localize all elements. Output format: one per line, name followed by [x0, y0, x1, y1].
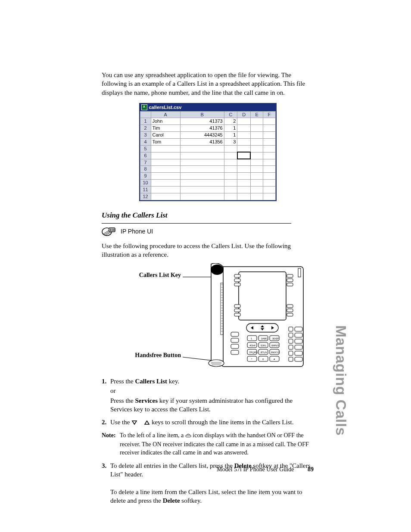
svg-rect-44 — [287, 309, 293, 312]
svg-rect-53 — [295, 339, 302, 343]
spreadsheet-figure: X callersList.csv A B C D E F — [139, 103, 277, 201]
cell: 41356 — [180, 138, 224, 145]
row-header: 10 — [140, 180, 151, 187]
cell-empty — [237, 118, 251, 125]
cell: Tom — [151, 138, 180, 145]
cell-empty — [250, 132, 263, 139]
row-header: 12 — [140, 193, 151, 200]
step-number: 1. — [102, 377, 106, 386]
intro-text: You can use any spreadsheet application … — [102, 71, 314, 97]
svg-rect-47 — [231, 332, 239, 336]
svg-text:4GHI: 4GHI — [249, 344, 255, 347]
cell: 4443245 — [180, 132, 224, 139]
col-header: A — [151, 111, 180, 118]
cell-empty — [263, 132, 275, 139]
cell: 1 — [224, 132, 237, 139]
svg-rect-1 — [109, 228, 115, 232]
svg-rect-42 — [287, 283, 293, 286]
row-header: 4 — [140, 138, 151, 145]
col-header: F — [263, 111, 275, 118]
svg-text:5JKL: 5JKL — [261, 344, 267, 347]
spreadsheet-filename: callersList.csv — [149, 104, 182, 111]
svg-rect-4 — [113, 229, 115, 230]
svg-rect-36 — [234, 283, 240, 286]
svg-rect-38 — [234, 309, 240, 312]
row-header: 3 — [140, 132, 151, 139]
svg-rect-57 — [289, 327, 293, 331]
svg-text:3DEF: 3DEF — [272, 337, 279, 340]
svg-rect-59 — [289, 339, 293, 343]
cell: 41376 — [180, 125, 224, 132]
svg-rect-48 — [231, 338, 239, 342]
cell-empty — [263, 125, 275, 132]
svg-rect-41 — [287, 279, 293, 282]
row-header: 5 — [140, 145, 151, 152]
note: Note: To the left of a line item, a icon… — [102, 432, 314, 457]
svg-rect-56 — [295, 357, 302, 361]
row-header: 8 — [140, 166, 151, 173]
svg-rect-60 — [289, 345, 293, 349]
svg-rect-6 — [112, 230, 113, 231]
down-arrow-icon — [131, 419, 137, 427]
cell-empty — [250, 138, 263, 145]
svg-text:6MNO: 6MNO — [271, 344, 279, 347]
page-footer: Model 57i IP Phone User Guide 89 — [102, 466, 314, 474]
svg-rect-34 — [234, 274, 240, 277]
svg-rect-7 — [113, 230, 115, 231]
spreadsheet-grid: A B C D E F 1 John 41373 2 — [140, 111, 276, 200]
col-header: B — [180, 111, 224, 118]
step-2: 2. Use the keys to scroll through the li… — [102, 418, 314, 427]
up-arrow-icon — [144, 419, 150, 427]
svg-rect-3 — [112, 229, 113, 230]
svg-rect-39 — [234, 313, 240, 316]
section-tab: Managing Calls — [331, 325, 351, 436]
phone-illustration: 1 2ABC 3DEF 4GHI 5JKL 6MNO 7PQRS 8TUV 9W… — [109, 263, 308, 371]
svg-rect-2 — [110, 229, 111, 230]
svg-rect-58 — [289, 333, 293, 337]
cell: John — [151, 118, 180, 125]
or-label: or — [110, 386, 314, 395]
svg-text:7PQRS: 7PQRS — [249, 351, 258, 354]
svg-rect-54 — [295, 345, 302, 349]
row-header: 7 — [140, 159, 151, 166]
col-header: C — [224, 111, 237, 118]
svg-point-87 — [209, 360, 224, 367]
step-number: 2. — [102, 418, 106, 426]
phone-ui-label: IP Phone UI — [121, 227, 153, 236]
handset-icon — [185, 432, 191, 441]
steps-list: 1. Press the Callers List key. or Press … — [102, 377, 314, 427]
svg-rect-50 — [231, 350, 239, 355]
spreadsheet-corner — [140, 111, 151, 118]
cell-empty — [263, 118, 275, 125]
row-header: 9 — [140, 173, 151, 180]
svg-point-11 — [211, 264, 224, 275]
svg-rect-62 — [289, 357, 293, 361]
svg-rect-91 — [186, 435, 191, 437]
cell: 1 — [224, 125, 237, 132]
svg-rect-5 — [110, 230, 111, 231]
svg-rect-33 — [239, 272, 286, 320]
svg-rect-51 — [295, 327, 302, 331]
col-header: E — [250, 111, 263, 118]
note-label: Note: — [102, 432, 116, 440]
cell-empty — [250, 118, 263, 125]
svg-text:8TUV: 8TUV — [261, 351, 267, 354]
excel-icon: X — [141, 104, 147, 110]
cell: 41373 — [180, 118, 224, 125]
cell-empty — [237, 138, 251, 145]
row-header: 11 — [140, 186, 151, 193]
selected-cell — [237, 152, 251, 159]
svg-rect-32 — [298, 268, 301, 277]
svg-rect-55 — [295, 351, 302, 355]
svg-rect-40 — [287, 274, 293, 277]
row-header: 2 — [140, 125, 151, 132]
intro-paragraph: You can use any spreadsheet application … — [102, 71, 314, 97]
svg-rect-43 — [287, 305, 293, 308]
cell-empty — [250, 125, 263, 132]
step-1: 1. Press the Callers List key. or Press … — [102, 377, 314, 414]
svg-rect-52 — [295, 333, 302, 337]
page-number: 89 — [308, 466, 314, 473]
ui-section-header: IP Phone UI — [102, 227, 314, 236]
row-header: 6 — [140, 152, 151, 159]
spreadsheet-titlebar: X callersList.csv — [140, 104, 276, 111]
